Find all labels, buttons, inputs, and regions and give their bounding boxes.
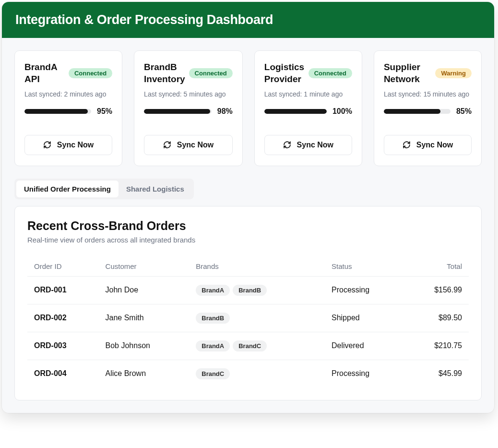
sync-button-label: Sync Now xyxy=(416,141,453,149)
refresh-icon xyxy=(283,141,291,149)
progress-label: 98% xyxy=(217,107,233,116)
order-id: ORD-001 xyxy=(27,276,99,304)
table-row[interactable]: ORD-003Bob JohnsonBrandABrandCDelivered$… xyxy=(27,332,469,360)
progress-row: 85% xyxy=(384,107,472,116)
status-badge: Warning xyxy=(435,68,472,78)
card-title: Logistics Provider xyxy=(264,61,305,85)
progress-row: 100% xyxy=(264,107,352,116)
progress-row: 98% xyxy=(144,107,233,116)
order-brands: BrandC xyxy=(189,360,325,387)
column-header: Total xyxy=(405,256,469,277)
tabs: Unified Order ProcessingShared Logistics xyxy=(14,179,194,199)
sync-button-label: Sync Now xyxy=(177,141,213,149)
page-title: Integration & Order Processing Dashboard xyxy=(15,12,481,27)
order-status: Delivered xyxy=(325,332,405,360)
last-synced-text: Last synced: 2 minutes ago xyxy=(24,90,112,99)
progress-track xyxy=(24,109,91,114)
order-brands: BrandABrandB xyxy=(189,276,325,304)
sync-now-button[interactable]: Sync Now xyxy=(384,135,472,155)
order-customer: Bob Johnson xyxy=(99,332,190,360)
brand-pill: BrandB xyxy=(196,313,230,324)
order-customer: John Doe xyxy=(99,276,190,304)
status-badge: Connected xyxy=(189,68,233,78)
integration-cards: BrandA APIConnectedLast synced: 2 minute… xyxy=(2,38,494,179)
order-customer: Alice Brown xyxy=(99,360,190,387)
card-title: Supplier Network xyxy=(384,61,432,85)
column-header: Order ID xyxy=(27,256,99,277)
brand-pill: BrandB xyxy=(233,285,267,296)
progress-row: 95% xyxy=(24,107,112,116)
order-id: ORD-002 xyxy=(27,304,99,332)
status-badge: Connected xyxy=(308,68,352,78)
order-customer: Jane Smith xyxy=(99,304,190,332)
column-header: Status xyxy=(325,256,405,277)
orders-title: Recent Cross-Brand Orders xyxy=(27,219,469,233)
order-total: $156.99 xyxy=(405,276,469,304)
order-status: Shipped xyxy=(325,304,405,332)
refresh-icon xyxy=(403,141,411,149)
progress-label: 85% xyxy=(456,107,472,116)
tab-shared-logistics[interactable]: Shared Logistics xyxy=(119,181,192,197)
progress-fill xyxy=(384,109,440,114)
orders-panel: Recent Cross-Brand Orders Real-time view… xyxy=(14,206,482,400)
brand-pill: BrandA xyxy=(196,340,230,351)
last-synced-text: Last synced: 1 minute ago xyxy=(264,90,352,99)
card-title: BrandB Inventory xyxy=(144,61,185,85)
status-badge: Connected xyxy=(69,68,112,78)
order-status: Processing xyxy=(325,360,405,387)
integration-card: BrandA APIConnectedLast synced: 2 minute… xyxy=(14,50,122,166)
last-synced-text: Last synced: 15 minutes ago xyxy=(384,90,472,99)
integration-card: Supplier NetworkWarningLast synced: 15 m… xyxy=(374,50,482,166)
order-total: $210.75 xyxy=(405,332,469,360)
sync-now-button[interactable]: Sync Now xyxy=(24,135,112,155)
integration-card: BrandB InventoryConnectedLast synced: 5 … xyxy=(134,50,243,166)
order-brands: BrandABrandC xyxy=(189,332,325,360)
brand-pill: BrandA xyxy=(196,285,230,296)
page-header: Integration & Order Processing Dashboard xyxy=(2,2,494,38)
progress-track xyxy=(264,109,327,114)
order-id: ORD-003 xyxy=(27,332,99,360)
table-row[interactable]: ORD-002Jane SmithBrandBShipped$89.50 xyxy=(27,304,469,332)
progress-fill xyxy=(144,109,210,114)
progress-label: 95% xyxy=(97,107,112,116)
refresh-icon xyxy=(163,141,171,149)
sync-now-button[interactable]: Sync Now xyxy=(144,135,233,155)
tab-unified-order-processing[interactable]: Unified Order Processing xyxy=(16,181,119,197)
table-row[interactable]: ORD-001John DoeBrandABrandBProcessing$15… xyxy=(27,276,469,304)
sync-button-label: Sync Now xyxy=(57,141,94,149)
order-total: $45.99 xyxy=(405,360,469,387)
last-synced-text: Last synced: 5 minutes ago xyxy=(144,90,233,99)
progress-label: 100% xyxy=(332,107,352,116)
table-row[interactable]: ORD-004Alice BrownBrandCProcessing$45.99 xyxy=(27,360,469,387)
sync-button-label: Sync Now xyxy=(297,141,333,149)
order-status: Processing xyxy=(325,276,405,304)
progress-track xyxy=(384,109,451,114)
card-title: BrandA API xyxy=(24,61,65,85)
column-header: Brands xyxy=(189,256,325,277)
orders-subtitle: Real-time view of orders across all inte… xyxy=(27,236,469,244)
brand-pill: BrandC xyxy=(233,340,267,351)
column-header: Customer xyxy=(99,256,190,277)
progress-track xyxy=(144,109,212,114)
brand-pill: BrandC xyxy=(196,368,230,379)
sync-now-button[interactable]: Sync Now xyxy=(264,135,352,155)
progress-fill xyxy=(264,109,327,114)
orders-table: Order IDCustomerBrandsStatusTotal ORD-00… xyxy=(27,256,469,387)
integration-card: Logistics ProviderConnectedLast synced: … xyxy=(254,50,362,166)
order-id: ORD-004 xyxy=(27,360,99,387)
order-total: $89.50 xyxy=(405,304,469,332)
refresh-icon xyxy=(43,141,51,149)
progress-fill xyxy=(24,109,88,114)
order-brands: BrandB xyxy=(189,304,325,332)
